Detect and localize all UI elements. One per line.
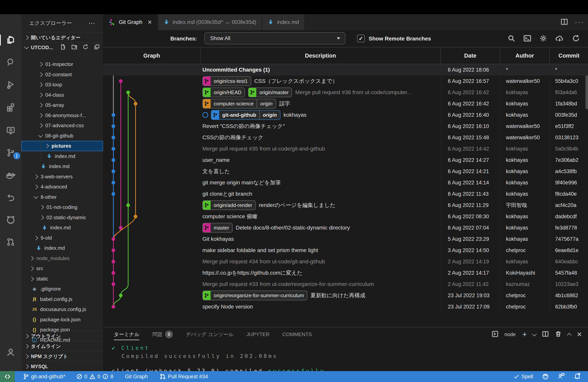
tree-folder-03-loop[interactable]: 03-loop	[21, 80, 103, 90]
pull-request-activity-icon[interactable]	[0, 236, 21, 247]
panel-tab--[interactable]: 問題8	[152, 327, 173, 341]
tree-folder-01-inspector[interactable]: 01-inspector	[21, 59, 103, 69]
tree-folder-02-static-dynamic[interactable]: 02-static-dynamic	[21, 212, 103, 223]
tree-folder-02-constant[interactable]: 02-constant	[21, 69, 103, 80]
section--[interactable]: タイムライン	[21, 341, 103, 351]
tree-file--gitignore[interactable]: ◆.gitignore	[21, 284, 103, 294]
status-notifications-bell-icon[interactable]	[574, 372, 581, 381]
remote-explorer-activity-icon[interactable]	[0, 125, 21, 136]
close-tab-icon[interactable]: ✕	[147, 19, 152, 25]
extensions-activity-icon[interactable]	[0, 102, 21, 113]
commit-row[interactable]: git cloneとgit branch6 Aug 2022 11:43kokh…	[103, 188, 588, 200]
maximize-panel-icon[interactable]	[567, 333, 571, 338]
panel-tab--[interactable]: デバッグ コンソール	[186, 327, 233, 341]
remote-indicator[interactable]	[0, 371, 15, 382]
explorer-activity-icon[interactable]	[0, 35, 21, 45]
panel-tab--[interactable]: ターミナル	[114, 327, 139, 341]
tree-file-index-md[interactable]: index.md	[21, 161, 103, 171]
commit-row[interactable]: make sidebar foldable and set prism them…	[103, 245, 588, 256]
commit-row[interactable]: specify Node version23 Jul 2022 17:09che…	[103, 301, 588, 312]
docker-activity-icon[interactable]	[0, 170, 21, 181]
tree-folder-static[interactable]: static	[21, 274, 103, 284]
branch-badge[interactable]: git-and-githuborigin	[211, 110, 280, 120]
tree-file-index-md[interactable]: index.md	[21, 223, 103, 233]
commit-row[interactable]: computer science 俯瞰6 Aug 2022 08:30kokha…	[103, 211, 588, 222]
status-problems[interactable]: 0 0 8	[76, 373, 113, 380]
branch-badge[interactable]: origin/reorganize-for-summer-curriculum	[202, 291, 307, 300]
tree-folder-05-array[interactable]: 05-array	[21, 100, 103, 110]
chevron-down-icon[interactable]	[532, 332, 537, 336]
tree-folder-node-modules[interactable]: node_modules	[21, 253, 103, 264]
section-npm-[interactable]: NPM スクリプト	[21, 351, 103, 361]
commit-row[interactable]: Merge pull request #34 from ut-code/git-…	[103, 256, 588, 267]
source-control-activity-icon[interactable]: 1	[0, 147, 21, 158]
fetch-cloud-icon[interactable]	[555, 34, 564, 43]
tree-folder-pictures[interactable]: pictures	[21, 141, 103, 151]
tree-folder-04-class[interactable]: 04-class	[21, 90, 103, 100]
refresh-icon[interactable]	[572, 34, 580, 43]
refresh-explorer-icon[interactable]	[83, 44, 89, 51]
uncommitted-row[interactable]: Uncommitted Changes (1)6 Aug 2022 18:06*…	[103, 64, 588, 75]
commit-row[interactable]: computer-scienceorigin誤字6 Aug 2022 16:42…	[103, 98, 588, 109]
panel-tab-comments[interactable]: COMMENTS	[282, 327, 312, 341]
commit-row[interactable]: https://.co.jpをhttps://github.comに変えた2 A…	[103, 267, 588, 278]
commit-row[interactable]: Revert "CSSの節の画像チェック"6 Aug 2022 16:10wat…	[103, 121, 588, 132]
tab-index-md[interactable]: index.md	[262, 14, 305, 30]
commit-row[interactable]: git merge origin mainなどを加筆6 Aug 2022 14:…	[103, 177, 588, 188]
search-icon[interactable]	[507, 34, 515, 43]
branch-badge[interactable]: computer-scienceorigin	[202, 99, 276, 108]
branches-dropdown[interactable]: Show All	[204, 32, 345, 44]
commit-row[interactable]: CSSの節の画像チェック6 Aug 2022 15:48waterwalker5…	[103, 132, 588, 143]
status-spell-checker[interactable]: Spell	[513, 373, 533, 380]
new-folder-icon[interactable]	[71, 44, 77, 51]
tree-folder-07-advanced-css[interactable]: 07-advanced-css	[21, 120, 103, 131]
more-actions-icon[interactable]: ···	[575, 18, 584, 26]
status-branch[interactable]: git-and-github*	[23, 373, 65, 380]
terminal-output[interactable]: ✔ ClientCompiled successfully in 202.08m…	[112, 343, 578, 371]
tree-folder-8-other[interactable]: 8-other	[21, 192, 103, 202]
tab-git-graph[interactable]: Git Graph✕	[103, 14, 158, 30]
branch-badge[interactable]: master	[202, 223, 232, 233]
commit-row[interactable]: user_name6 Aug 2022 14:27kokhayas7e306ab…	[103, 154, 588, 166]
shell-name[interactable]: node	[504, 331, 516, 338]
workspace-section-header[interactable]: UTCOD...	[21, 42, 103, 52]
tree-folder-06-anonymous-f-[interactable]: 06-anonymous-f...	[21, 110, 103, 121]
status-feedback-icon[interactable]	[558, 372, 565, 381]
status-extension-face-icon[interactable]	[542, 372, 549, 381]
tree-folder-3-web-servers[interactable]: 3-web-servers	[21, 171, 103, 182]
branch-badge[interactable]: origin/add-render	[202, 200, 256, 210]
settings-gear-icon[interactable]	[539, 34, 547, 43]
section--[interactable]: アウトライン	[21, 331, 103, 341]
account-activity-icon[interactable]	[0, 347, 21, 358]
undo-arrow-activity-icon[interactable]	[0, 192, 21, 203]
commit-row[interactable]: 文を直した6 Aug 2022 14:21kokhayasa4c538fb	[103, 166, 588, 177]
tree-file-package-lock-json[interactable]: {}package-lock.json	[21, 315, 103, 325]
new-file-icon[interactable]	[60, 44, 66, 51]
commit-row[interactable]: origin/add-renderrenderのページを編集しました6 Aug …	[103, 200, 588, 211]
tree-folder-4-advanced[interactable]: 4-advanced	[21, 182, 103, 192]
github-activity-icon[interactable]	[0, 214, 21, 225]
tree-file-babel-config-js[interactable]: Bbabel.config.js	[21, 294, 103, 304]
tab-index-md-003fe35d-003fe35d-[interactable]: index.md (003fe35d^ ↔ 003fe35d)	[158, 14, 262, 30]
tree-file-index-md[interactable]: index.md	[21, 151, 103, 161]
run-debug-activity-icon[interactable]	[0, 79, 21, 90]
new-terminal-icon[interactable]: +	[522, 330, 527, 339]
commit-row[interactable]: masterDelete docs/8-other/02-static-dyna…	[103, 222, 588, 233]
split-editor-icon[interactable]	[560, 18, 568, 26]
commit-row[interactable]: origin/css-test1CSS（フレックスボックスまで）6 Aug 20…	[103, 75, 588, 87]
collapse-folders-icon[interactable]	[94, 44, 100, 51]
section-mysql[interactable]: MYSQL	[21, 361, 103, 371]
tree-folder-src[interactable]: src	[21, 263, 103, 274]
branch-badge[interactable]: origin/HEAD	[202, 87, 245, 97]
branch-badge[interactable]: origin/master	[248, 87, 292, 97]
tree-file-index-md[interactable]: index.md	[21, 243, 103, 253]
branch-badge[interactable]: origin/css-test1	[202, 76, 251, 86]
split-terminal-icon[interactable]	[542, 330, 549, 338]
tree-folder-9-old[interactable]: 9-old	[21, 233, 103, 243]
status-git-graph[interactable]: Git Graph	[125, 374, 148, 380]
commit-row[interactable]: origin/HEADorigin/masterMerge pull reque…	[103, 87, 588, 98]
close-panel-icon[interactable]: ✕	[577, 330, 582, 338]
tree-folder-08-git-github[interactable]: 08-git-github	[21, 131, 103, 141]
terminal-shell-icon[interactable]	[492, 330, 499, 338]
commit-row[interactable]: Merge pull request #33 from ut-code/reor…	[103, 278, 588, 290]
